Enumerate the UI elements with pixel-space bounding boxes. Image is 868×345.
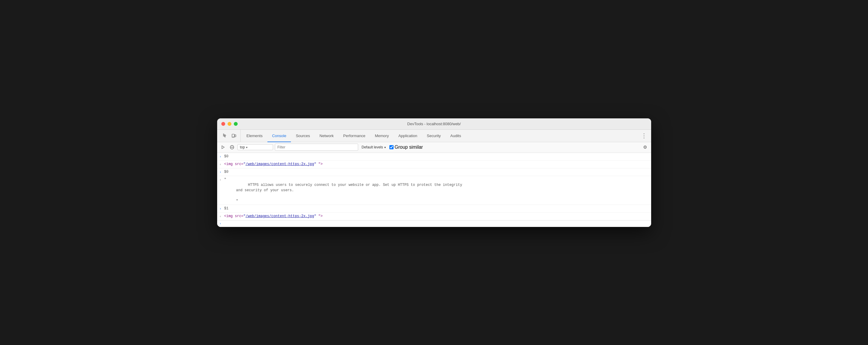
svg-marker-3	[222, 146, 224, 149]
expand-arrow-3[interactable]: ›	[220, 206, 224, 212]
tab-memory[interactable]: Memory	[370, 130, 394, 142]
text-quote-open: "	[224, 178, 226, 182]
group-similar-checkbox-wrapper[interactable]: Group similar	[390, 145, 423, 150]
group-similar-label: Group similar	[395, 145, 423, 150]
device-mode-button[interactable]	[230, 131, 238, 140]
console-toolbar: top ▾ Default levels ▾ Group similar ⚙	[217, 142, 651, 153]
window-title: DevTools - localhost:8080/web/	[407, 122, 461, 126]
toolbar-icons	[218, 130, 241, 142]
result-arrow-1: ‹	[220, 161, 224, 167]
group-similar-checkbox[interactable]	[390, 145, 394, 149]
clear-console-button[interactable]	[228, 144, 236, 151]
html-tag-close-2: ">	[316, 214, 323, 218]
tab-sources[interactable]: Sources	[291, 130, 315, 142]
text-body-1: HTTPS allows users to securely connect t…	[224, 182, 649, 188]
html-tag-open-1: <img src=	[224, 162, 244, 166]
console-row-result-3: ‹ <img src="/web/images/content-https-2x…	[217, 213, 651, 220]
levels-selector[interactable]: Default levels ▾	[360, 145, 388, 150]
html-string-2: "	[243, 214, 245, 218]
console-entry-4: ‹ " HTTPS allows users to securely conne…	[217, 176, 651, 205]
more-icon: ⋮	[641, 132, 647, 139]
text-indent-3: "	[224, 198, 649, 204]
console-row-eval-1: › $0	[217, 153, 651, 160]
console-entry-3: › $0	[217, 168, 651, 176]
console-settings-button[interactable]: ⚙	[642, 144, 649, 151]
result-arrow-2: ‹	[220, 177, 224, 183]
console-input[interactable]	[224, 222, 649, 226]
context-dropdown-arrow: ▾	[246, 146, 247, 149]
tab-elements[interactable]: Elements	[242, 130, 268, 142]
html-link-2[interactable]: /web/images/content-https-2x.jpg	[246, 214, 314, 218]
console-result-1: <img src="/web/images/content-https-2x.j…	[224, 161, 649, 167]
context-label: top	[240, 145, 245, 149]
expand-arrow-1[interactable]: ›	[220, 154, 224, 159]
context-selector[interactable]: top ▾	[237, 144, 273, 150]
html-string-1: "	[243, 162, 245, 166]
console-input-row: ›	[217, 220, 651, 227]
tab-network[interactable]: Network	[315, 130, 339, 142]
console-entry-5: › $1	[217, 205, 651, 213]
title-bar: DevTools - localhost:8080/web/	[217, 118, 651, 130]
html-tag-close-1: ">	[316, 162, 323, 166]
console-row-result-1: ‹ <img src="/web/images/content-https-2x…	[217, 161, 651, 168]
console-row-eval-2: › $0	[217, 168, 651, 176]
levels-label: Default levels	[362, 145, 383, 149]
html-tag-open-2: <img src=	[224, 214, 244, 218]
maximize-button[interactable]	[234, 122, 238, 126]
tab-application[interactable]: Application	[394, 130, 422, 142]
console-row-eval-3: › $1	[217, 205, 651, 212]
html-link-1[interactable]: /web/images/content-https-2x.jpg	[246, 162, 314, 166]
devtools-toolbar: Elements Console Sources Network Perform…	[217, 130, 651, 142]
inspect-element-button[interactable]	[221, 131, 229, 140]
console-eval-2: $0	[224, 169, 649, 175]
console-entry-1: › $0	[217, 153, 651, 161]
text-body-2: and security of your users.	[224, 188, 649, 193]
tab-security[interactable]: Security	[422, 130, 445, 142]
traffic-lights	[221, 122, 238, 126]
console-result-2: " HTTPS allows users to securely connect…	[224, 177, 649, 204]
gear-icon: ⚙	[643, 145, 647, 150]
more-tabs-button[interactable]: ⋮	[638, 130, 650, 142]
console-entry-6: ‹ <img src="/web/images/content-https-2x…	[217, 213, 651, 220]
console-output: › $0 ‹ <img src="/web/images/content-htt…	[217, 153, 651, 227]
tab-audits[interactable]: Audits	[445, 130, 466, 142]
console-entry-2: ‹ <img src="/web/images/content-https-2x…	[217, 161, 651, 168]
close-button[interactable]	[221, 122, 225, 126]
prompt-icon: ›	[220, 222, 224, 225]
levels-dropdown-arrow: ▾	[384, 146, 386, 149]
result-arrow-3: ‹	[220, 214, 224, 219]
minimize-button[interactable]	[227, 122, 231, 126]
console-eval-1: $0	[224, 154, 649, 159]
console-eval-3: $1	[224, 206, 649, 211]
console-row-result-2: ‹ " HTTPS allows users to securely conne…	[217, 176, 651, 205]
execute-script-button[interactable]	[220, 144, 227, 151]
console-result-3: <img src="/web/images/content-https-2x.j…	[224, 214, 649, 219]
svg-rect-1	[235, 135, 236, 137]
tab-performance[interactable]: Performance	[339, 130, 370, 142]
filter-input[interactable]	[275, 144, 358, 151]
devtools-window: DevTools - localhost:8080/web/ Elements	[217, 118, 651, 227]
tab-console[interactable]: Console	[268, 130, 291, 142]
expand-arrow-2[interactable]: ›	[220, 169, 224, 175]
tab-list: Elements Console Sources Network Perform…	[242, 130, 638, 142]
